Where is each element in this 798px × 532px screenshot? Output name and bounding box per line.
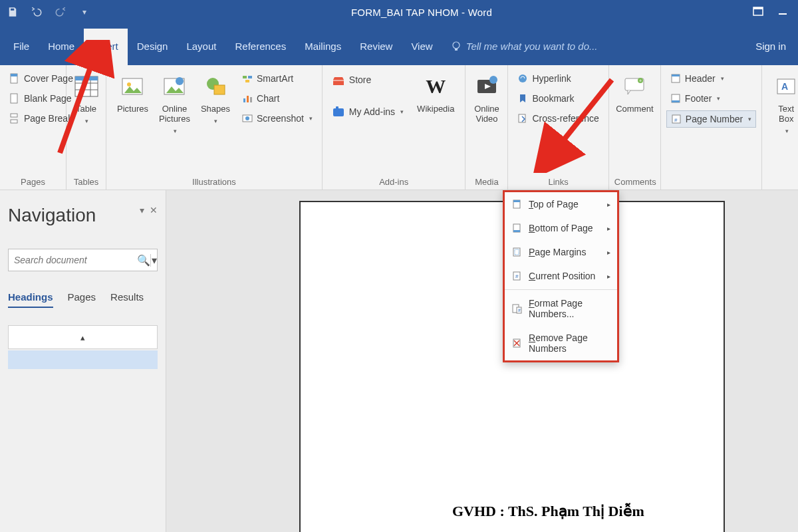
menu-page-margins[interactable]: Page Margins ▸: [505, 240, 617, 264]
hyperlink-button[interactable]: Hyperlink: [513, 70, 602, 86]
svg-point-17: [127, 82, 131, 86]
bookmark-button[interactable]: Bookmark: [513, 90, 602, 106]
ribbon: Cover Page Blank Page Page Break Pages: [0, 65, 798, 190]
comment-icon: +: [621, 73, 648, 100]
tab-mailings[interactable]: Mailings: [295, 29, 350, 65]
page-number-icon: #: [671, 114, 682, 124]
search-document-input[interactable]: 🔍 ▾: [8, 249, 158, 271]
group-header-footer: Header Footer # Page Number HF: [661, 65, 762, 190]
svg-rect-21: [214, 85, 225, 94]
current-position-icon: #: [511, 271, 522, 281]
bookmark-icon: [517, 93, 528, 104]
nav-tab-results[interactable]: Results: [110, 291, 144, 308]
svg-point-29: [245, 116, 249, 120]
group-label-tables: Tables: [72, 174, 100, 187]
sign-in-link[interactable]: Sign in: [743, 29, 798, 65]
page-break-icon: [9, 113, 20, 124]
chart-icon: [242, 93, 253, 104]
group-label-addins: Add-ins: [328, 174, 460, 187]
chart-button[interactable]: Chart: [238, 90, 317, 106]
tell-me-search[interactable]: Tell me what you want to do...: [442, 29, 607, 65]
svg-point-3: [453, 42, 460, 49]
pictures-button[interactable]: Pictures: [112, 70, 154, 116]
menu-bottom-of-page[interactable]: Bottom of Page ▸: [505, 216, 617, 240]
title-bar: ▾ FORM_BAI TAP NHOM - Word: [0, 0, 798, 24]
save-icon[interactable]: [7, 6, 19, 18]
svg-rect-22: [243, 76, 247, 78]
window-title: FORM_BAI TAP NHOM - Word: [90, 7, 753, 18]
format-page-numbers-icon: #: [511, 303, 522, 314]
group-text: A TextBox Quick Parts A WordArt A Drop C…: [762, 65, 798, 190]
nav-tab-headings[interactable]: Headings: [8, 291, 53, 308]
redo-icon[interactable]: [55, 6, 66, 18]
svg-rect-26: [247, 96, 249, 102]
menu-remove-page-numbers[interactable]: Remove Page Numbers: [505, 326, 617, 360]
navigation-pane-controls[interactable]: ▾ ✕: [140, 205, 158, 215]
online-video-icon: [473, 73, 500, 100]
svg-point-35: [489, 76, 497, 84]
wikipedia-button[interactable]: W Wikipedia: [412, 70, 460, 116]
online-pictures-icon: [161, 73, 188, 100]
screenshot-button[interactable]: Screenshot: [238, 110, 317, 126]
tab-file[interactable]: File: [4, 29, 39, 65]
body-area: ▾ ✕ Navigation 🔍 ▾ Headings Pages Result…: [0, 190, 798, 532]
table-icon: [73, 73, 100, 100]
store-icon: [332, 73, 345, 86]
my-addins-button[interactable]: My Add-ins: [328, 102, 408, 121]
menu-current-position[interactable]: # Current Position ▸: [505, 264, 617, 288]
tab-insert[interactable]: Insert: [84, 29, 128, 65]
footer-button[interactable]: Footer: [666, 90, 756, 106]
ribbon-tabs: File Home Insert Design Layout Reference…: [0, 24, 798, 65]
text-box-icon: A: [773, 73, 798, 100]
group-addins: Store My Add-ins W Wikipedia Add-ins: [323, 65, 466, 190]
headings-item[interactable]: ▴: [8, 325, 158, 349]
menu-format-page-numbers[interactable]: # Format Page Numbers...: [505, 291, 617, 326]
screenshot-icon: [242, 113, 253, 124]
tell-me-placeholder: Tell me what you want to do...: [466, 41, 598, 52]
tab-view[interactable]: View: [402, 29, 442, 65]
smartart-button[interactable]: SmartArt: [238, 70, 317, 86]
svg-rect-23: [248, 76, 252, 78]
group-pages: Cover Page Blank Page Page Break Pages: [0, 65, 66, 190]
navigation-pane: ▾ ✕ Navigation 🔍 ▾ Headings Pages Result…: [0, 190, 166, 532]
cross-reference-button[interactable]: Cross-reference: [513, 110, 602, 126]
text-box-button[interactable]: A TextBox: [767, 70, 798, 137]
ribbon-display-icon[interactable]: [753, 7, 763, 17]
online-pictures-button[interactable]: OnlinePictures: [154, 70, 196, 137]
page-number-button[interactable]: # Page Number: [666, 110, 756, 128]
tab-review[interactable]: Review: [350, 29, 402, 65]
shapes-button[interactable]: Shapes: [196, 70, 235, 127]
svg-rect-27: [250, 97, 252, 102]
qat-customize-icon[interactable]: ▾: [78, 6, 90, 18]
comment-button[interactable]: + Comment: [610, 70, 658, 116]
document-canvas[interactable]: GVHD : ThS. Phạm Thị Diễm: [166, 190, 798, 532]
svg-rect-60: [513, 230, 520, 232]
search-icon[interactable]: 🔍: [137, 254, 150, 267]
submenu-arrow-icon: ▸: [607, 225, 610, 232]
undo-icon[interactable]: [31, 6, 43, 18]
tab-layout[interactable]: Layout: [177, 29, 225, 65]
tab-references[interactable]: References: [225, 29, 295, 65]
tab-home[interactable]: Home: [39, 29, 84, 65]
nav-tab-pages[interactable]: Pages: [68, 291, 96, 308]
menu-top-of-page[interactable]: Top of Page ▸: [505, 192, 617, 216]
search-input[interactable]: [9, 255, 137, 265]
headings-selection[interactable]: [8, 350, 158, 369]
search-dropdown-icon[interactable]: ▾: [150, 254, 157, 267]
table-button[interactable]: Table: [68, 70, 105, 127]
group-links: Hyperlink Bookmark Cross-reference Links: [508, 65, 608, 190]
navigation-tabs: Headings Pages Results: [8, 291, 158, 308]
minimize-icon[interactable]: [778, 7, 789, 17]
group-label-pages: Pages: [5, 174, 61, 187]
online-video-button[interactable]: OnlineVideo: [468, 70, 505, 126]
svg-point-19: [176, 77, 184, 85]
wikipedia-icon: W: [422, 73, 449, 100]
group-label-comments: Comments: [614, 174, 655, 187]
smartart-icon: [242, 73, 253, 84]
store-button[interactable]: Store: [328, 70, 408, 89]
header-button[interactable]: Header: [666, 70, 756, 86]
svg-text:+: +: [639, 78, 642, 83]
svg-text:#: #: [674, 117, 678, 123]
svg-rect-42: [672, 74, 680, 76]
tab-design[interactable]: Design: [128, 29, 178, 65]
